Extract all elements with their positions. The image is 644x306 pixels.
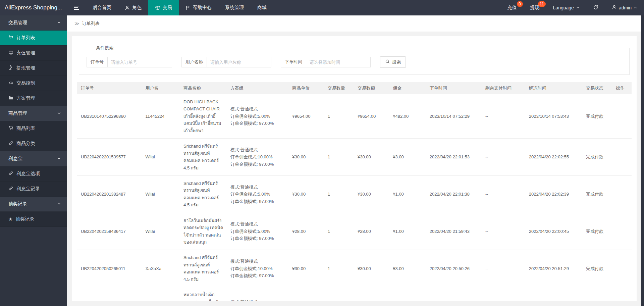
col-header-username: 用户名 bbox=[142, 82, 180, 94]
cell-plan-group: 模式:普通模式 订单佣金模式:5.00% 订单金额模式: 97.00% bbox=[226, 175, 288, 213]
search-button-label: 搜索 bbox=[392, 59, 401, 65]
sidebar-group-products[interactable]: 商品管理 bbox=[0, 106, 67, 121]
order-no-input[interactable] bbox=[108, 57, 172, 67]
refresh-button[interactable] bbox=[586, 0, 605, 15]
cell-status: 完成付款 bbox=[582, 250, 612, 287]
sidebar-item-label: 抽奖记录 bbox=[16, 216, 35, 222]
scales-icon bbox=[155, 5, 160, 10]
cell-action bbox=[612, 287, 632, 301]
cell-action bbox=[612, 250, 632, 287]
order-no-field-label: 订单号 bbox=[87, 57, 108, 67]
cell-amount: ¥28.00 bbox=[354, 213, 389, 250]
sidebar-item-plan-mgmt[interactable]: 方案管理 bbox=[0, 91, 67, 106]
sidebar-item-recharge-mgmt[interactable]: 充值管理 bbox=[0, 46, 67, 61]
sidebar-group-trade[interactable]: 交易管理 bbox=[0, 15, 67, 31]
language-dropdown[interactable]: Language bbox=[546, 0, 586, 15]
nav-mall[interactable]: 商城 bbox=[251, 0, 273, 15]
user-icon bbox=[612, 5, 617, 11]
plan-amount-mode: 订单金额模式: 97.00% bbox=[230, 161, 285, 168]
sidebar-group-label: 交易管理 bbox=[8, 20, 27, 26]
col-header-order-no: 订单号 bbox=[77, 82, 142, 94]
order-time-input[interactable] bbox=[306, 57, 371, 67]
sidebar-item-order-list[interactable]: 订单列表 bbox=[0, 31, 67, 46]
cell-remaining-pay-time: -- bbox=[481, 175, 525, 213]
sidebar-group-interest[interactable]: 利息宝 bbox=[0, 151, 67, 166]
cell-username: XaXaXa bbox=[142, 287, 180, 301]
cell-unfreeze-time: 2022/04/20 22:02:55 bbox=[525, 139, 582, 176]
cell-username: Wilai bbox=[142, 139, 180, 176]
star-icon: ★ bbox=[8, 217, 13, 221]
cell-order-time: 2022/04/20 21:59:43 bbox=[426, 213, 481, 250]
col-header-quantity: 交易数量 bbox=[324, 82, 354, 94]
username-label: admin bbox=[619, 5, 632, 10]
cell-amount: ¥30.00 bbox=[354, 175, 389, 213]
orders-tbody: UB2310140752296860 11445224 DOD HIGH BAC… bbox=[77, 94, 632, 301]
sidebar-item-label: 商品分类 bbox=[16, 141, 35, 147]
sidebar-group-label: 商品管理 bbox=[8, 110, 27, 116]
cell-quantity: 1 bbox=[324, 94, 354, 139]
sidebar-item-withdraw-mgmt[interactable]: 提现管理 bbox=[0, 61, 67, 76]
cell-remaining-pay-time: -- bbox=[481, 94, 525, 139]
plan-mode: 模式:普通模式 bbox=[230, 258, 285, 265]
cell-commission: ¥482.00 bbox=[389, 94, 425, 139]
sidebar-item-label: 利息宝记录 bbox=[16, 186, 40, 192]
plan-commission-mode: 订单佣金模式:5.00% bbox=[230, 191, 285, 198]
recharge-link[interactable]: 充值 0 bbox=[501, 0, 524, 15]
search-button[interactable]: 搜索 bbox=[380, 56, 406, 68]
chevron-down-icon bbox=[57, 20, 61, 26]
sidebar-item-product-category[interactable]: 商品分类 bbox=[0, 136, 67, 151]
cell-action bbox=[612, 213, 632, 250]
plan-amount-mode: 订单金额模式: 97.00% bbox=[230, 120, 285, 127]
col-header-status: 交易状态 bbox=[582, 82, 612, 94]
cell-action bbox=[612, 94, 632, 139]
plan-amount-mode: 订单金额模式: 97.00% bbox=[230, 198, 285, 205]
col-header-action: 操作 bbox=[612, 82, 632, 94]
sidebar-item-lottery-records[interactable]: ★ 抽奖记录 bbox=[0, 212, 67, 227]
cell-order-time: 2022/04/20 22:01:38 bbox=[426, 175, 481, 213]
col-header-unit-price: 商品单价 bbox=[288, 82, 323, 94]
username-field-group: 用户名称 bbox=[181, 57, 271, 67]
cell-amount: ¥9654.00 bbox=[354, 94, 389, 139]
link-icon bbox=[8, 186, 13, 192]
sidebar-item-interest-options[interactable]: 利息宝选项 bbox=[0, 166, 67, 182]
hamburger-icon bbox=[74, 5, 79, 11]
cell-product-name: ฮาโลวีนเมจิกมันฝรั่งทอดกระป๋องงู เทคนิคโ… bbox=[179, 213, 226, 250]
cell-unit-price: ¥30.00 bbox=[288, 250, 323, 287]
sidebar-item-trade-control[interactable]: 交易控制 bbox=[0, 76, 67, 91]
cell-order-time: 2022/04/20 20:49:55 bbox=[426, 287, 481, 301]
content-card: 条件搜索 订单号 用户名称 下单时间 搜索 bbox=[72, 36, 637, 301]
sidebar-group-lottery[interactable]: 抽奖记录 bbox=[0, 197, 67, 212]
cell-action bbox=[612, 175, 632, 213]
cell-plan-group: 模式:普通模式 订单佣金模式:5.00% 订单金额模式: 97.00% bbox=[226, 94, 288, 139]
recharge-icon bbox=[8, 50, 13, 56]
sidebar-item-interest-records[interactable]: 利息宝记录 bbox=[0, 182, 67, 197]
nav-help-center[interactable]: 帮助中心 bbox=[179, 0, 218, 15]
nav-dashboard[interactable]: 后台首页 bbox=[86, 0, 118, 15]
cell-amount: ¥30.00 bbox=[354, 139, 389, 176]
link-icon bbox=[8, 141, 13, 147]
double-chevron-icon: ≫ bbox=[74, 21, 79, 26]
cell-quantity: 1 bbox=[324, 175, 354, 213]
sidebar-toggle-button[interactable] bbox=[67, 0, 86, 15]
folder-icon bbox=[8, 95, 13, 101]
sidebar-item-product-list[interactable]: 商品列表 bbox=[0, 121, 67, 136]
nav-trade[interactable]: 交易 bbox=[148, 0, 179, 15]
cell-username: 11445224 bbox=[142, 94, 180, 139]
sidebar-item-label: 利息宝选项 bbox=[16, 171, 40, 177]
cell-product-name: Srichand ศรีจันทร์ ทรานส์ลูเซนท์ คอมแพค … bbox=[179, 250, 226, 287]
cell-order-time: 2022/04/20 20:50:26 bbox=[426, 250, 481, 287]
cell-unfreeze-time: 2022/04/20 20:51:00 bbox=[525, 287, 582, 301]
withdraw-link[interactable]: 提现 11 bbox=[524, 0, 546, 15]
nav-system[interactable]: 系统管理 bbox=[218, 0, 251, 15]
cell-remaining-pay-time: -- bbox=[481, 213, 525, 250]
sidebar-item-label: 交易控制 bbox=[16, 80, 35, 86]
nav-roles[interactable]: 角色 bbox=[118, 0, 148, 15]
cell-commission: ¥1.00 bbox=[389, 213, 425, 250]
cell-order-time: 2022/04/20 22:01:53 bbox=[426, 139, 481, 176]
user-menu[interactable]: admin bbox=[605, 0, 644, 15]
cell-username: XaXaXa bbox=[142, 250, 180, 287]
vertical-scrollbar[interactable] bbox=[641, 15, 644, 306]
plan-mode: 模式:普通模式 bbox=[230, 146, 285, 153]
username-input[interactable] bbox=[207, 57, 271, 67]
cell-amount: ¥29.00 bbox=[354, 287, 389, 301]
